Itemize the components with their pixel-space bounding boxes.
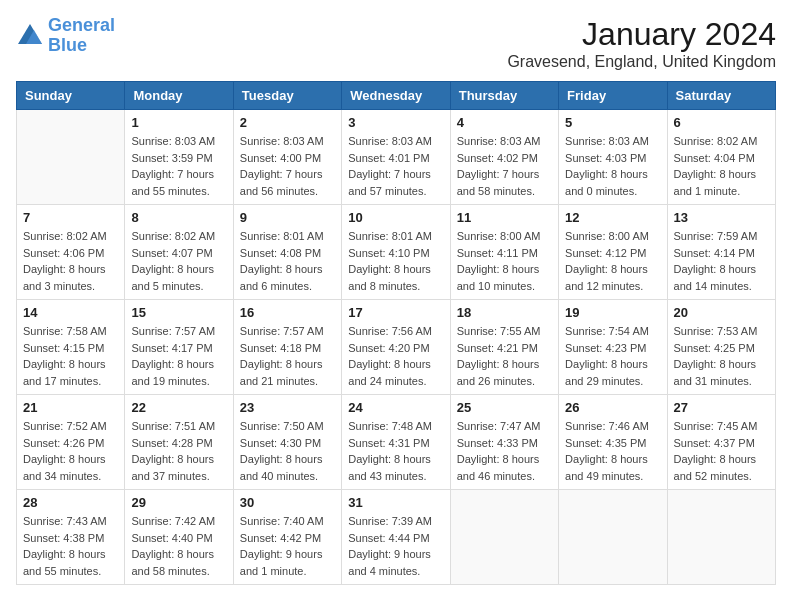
calendar-cell: 19Sunrise: 7:54 AM Sunset: 4:23 PM Dayli… — [559, 300, 667, 395]
day-number: 24 — [348, 400, 443, 415]
calendar-cell: 14Sunrise: 7:58 AM Sunset: 4:15 PM Dayli… — [17, 300, 125, 395]
day-number: 31 — [348, 495, 443, 510]
day-info: Sunrise: 7:42 AM Sunset: 4:40 PM Dayligh… — [131, 513, 226, 579]
calendar-cell: 15Sunrise: 7:57 AM Sunset: 4:17 PM Dayli… — [125, 300, 233, 395]
day-info: Sunrise: 7:52 AM Sunset: 4:26 PM Dayligh… — [23, 418, 118, 484]
day-number: 27 — [674, 400, 769, 415]
day-info: Sunrise: 7:56 AM Sunset: 4:20 PM Dayligh… — [348, 323, 443, 389]
day-number: 19 — [565, 305, 660, 320]
day-info: Sunrise: 7:47 AM Sunset: 4:33 PM Dayligh… — [457, 418, 552, 484]
day-info: Sunrise: 8:03 AM Sunset: 4:01 PM Dayligh… — [348, 133, 443, 199]
calendar-cell: 16Sunrise: 7:57 AM Sunset: 4:18 PM Dayli… — [233, 300, 341, 395]
logo-line1: General — [48, 15, 115, 35]
day-number: 30 — [240, 495, 335, 510]
day-info: Sunrise: 7:46 AM Sunset: 4:35 PM Dayligh… — [565, 418, 660, 484]
day-info: Sunrise: 7:53 AM Sunset: 4:25 PM Dayligh… — [674, 323, 769, 389]
calendar-cell: 23Sunrise: 7:50 AM Sunset: 4:30 PM Dayli… — [233, 395, 341, 490]
day-info: Sunrise: 8:02 AM Sunset: 4:07 PM Dayligh… — [131, 228, 226, 294]
col-header-wednesday: Wednesday — [342, 82, 450, 110]
calendar-cell: 22Sunrise: 7:51 AM Sunset: 4:28 PM Dayli… — [125, 395, 233, 490]
col-header-sunday: Sunday — [17, 82, 125, 110]
calendar-cell: 26Sunrise: 7:46 AM Sunset: 4:35 PM Dayli… — [559, 395, 667, 490]
day-number: 2 — [240, 115, 335, 130]
logo-line2: Blue — [48, 35, 87, 55]
day-info: Sunrise: 7:58 AM Sunset: 4:15 PM Dayligh… — [23, 323, 118, 389]
calendar-cell: 8Sunrise: 8:02 AM Sunset: 4:07 PM Daylig… — [125, 205, 233, 300]
day-number: 15 — [131, 305, 226, 320]
day-info: Sunrise: 7:51 AM Sunset: 4:28 PM Dayligh… — [131, 418, 226, 484]
day-number: 25 — [457, 400, 552, 415]
day-info: Sunrise: 7:54 AM Sunset: 4:23 PM Dayligh… — [565, 323, 660, 389]
calendar-cell: 9Sunrise: 8:01 AM Sunset: 4:08 PM Daylig… — [233, 205, 341, 300]
day-number: 1 — [131, 115, 226, 130]
day-number: 14 — [23, 305, 118, 320]
day-number: 23 — [240, 400, 335, 415]
day-info: Sunrise: 8:01 AM Sunset: 4:08 PM Dayligh… — [240, 228, 335, 294]
day-info: Sunrise: 7:50 AM Sunset: 4:30 PM Dayligh… — [240, 418, 335, 484]
day-number: 16 — [240, 305, 335, 320]
day-info: Sunrise: 8:00 AM Sunset: 4:12 PM Dayligh… — [565, 228, 660, 294]
day-info: Sunrise: 8:03 AM Sunset: 3:59 PM Dayligh… — [131, 133, 226, 199]
col-header-tuesday: Tuesday — [233, 82, 341, 110]
day-info: Sunrise: 7:43 AM Sunset: 4:38 PM Dayligh… — [23, 513, 118, 579]
day-number: 13 — [674, 210, 769, 225]
calendar-cell: 12Sunrise: 8:00 AM Sunset: 4:12 PM Dayli… — [559, 205, 667, 300]
title-block: January 2024 Gravesend, England, United … — [507, 16, 776, 71]
day-number: 10 — [348, 210, 443, 225]
calendar-cell: 20Sunrise: 7:53 AM Sunset: 4:25 PM Dayli… — [667, 300, 775, 395]
day-info: Sunrise: 8:01 AM Sunset: 4:10 PM Dayligh… — [348, 228, 443, 294]
logo-icon — [16, 22, 44, 50]
week-row-3: 14Sunrise: 7:58 AM Sunset: 4:15 PM Dayli… — [17, 300, 776, 395]
day-number: 20 — [674, 305, 769, 320]
calendar-cell: 27Sunrise: 7:45 AM Sunset: 4:37 PM Dayli… — [667, 395, 775, 490]
week-row-5: 28Sunrise: 7:43 AM Sunset: 4:38 PM Dayli… — [17, 490, 776, 585]
day-number: 28 — [23, 495, 118, 510]
calendar-cell: 24Sunrise: 7:48 AM Sunset: 4:31 PM Dayli… — [342, 395, 450, 490]
calendar-cell: 13Sunrise: 7:59 AM Sunset: 4:14 PM Dayli… — [667, 205, 775, 300]
day-info: Sunrise: 7:48 AM Sunset: 4:31 PM Dayligh… — [348, 418, 443, 484]
calendar-cell: 28Sunrise: 7:43 AM Sunset: 4:38 PM Dayli… — [17, 490, 125, 585]
day-info: Sunrise: 8:02 AM Sunset: 4:06 PM Dayligh… — [23, 228, 118, 294]
col-header-friday: Friday — [559, 82, 667, 110]
day-info: Sunrise: 7:59 AM Sunset: 4:14 PM Dayligh… — [674, 228, 769, 294]
calendar-cell: 18Sunrise: 7:55 AM Sunset: 4:21 PM Dayli… — [450, 300, 558, 395]
calendar-cell: 1Sunrise: 8:03 AM Sunset: 3:59 PM Daylig… — [125, 110, 233, 205]
day-info: Sunrise: 8:03 AM Sunset: 4:03 PM Dayligh… — [565, 133, 660, 199]
calendar-cell: 4Sunrise: 8:03 AM Sunset: 4:02 PM Daylig… — [450, 110, 558, 205]
day-info: Sunrise: 8:00 AM Sunset: 4:11 PM Dayligh… — [457, 228, 552, 294]
col-header-saturday: Saturday — [667, 82, 775, 110]
calendar-title: January 2024 — [507, 16, 776, 53]
day-info: Sunrise: 8:02 AM Sunset: 4:04 PM Dayligh… — [674, 133, 769, 199]
day-number: 6 — [674, 115, 769, 130]
day-number: 9 — [240, 210, 335, 225]
day-number: 21 — [23, 400, 118, 415]
day-number: 18 — [457, 305, 552, 320]
calendar-subtitle: Gravesend, England, United Kingdom — [507, 53, 776, 71]
calendar-cell: 30Sunrise: 7:40 AM Sunset: 4:42 PM Dayli… — [233, 490, 341, 585]
day-number: 17 — [348, 305, 443, 320]
calendar-cell: 10Sunrise: 8:01 AM Sunset: 4:10 PM Dayli… — [342, 205, 450, 300]
day-number: 4 — [457, 115, 552, 130]
calendar-cell: 25Sunrise: 7:47 AM Sunset: 4:33 PM Dayli… — [450, 395, 558, 490]
calendar-cell — [559, 490, 667, 585]
day-info: Sunrise: 7:40 AM Sunset: 4:42 PM Dayligh… — [240, 513, 335, 579]
calendar-cell: 5Sunrise: 8:03 AM Sunset: 4:03 PM Daylig… — [559, 110, 667, 205]
calendar-cell — [17, 110, 125, 205]
week-row-2: 7Sunrise: 8:02 AM Sunset: 4:06 PM Daylig… — [17, 205, 776, 300]
page-header: General Blue January 2024 Gravesend, Eng… — [16, 16, 776, 71]
day-info: Sunrise: 8:03 AM Sunset: 4:00 PM Dayligh… — [240, 133, 335, 199]
calendar-cell: 31Sunrise: 7:39 AM Sunset: 4:44 PM Dayli… — [342, 490, 450, 585]
calendar-header-row: SundayMondayTuesdayWednesdayThursdayFrid… — [17, 82, 776, 110]
day-number: 22 — [131, 400, 226, 415]
calendar-cell: 29Sunrise: 7:42 AM Sunset: 4:40 PM Dayli… — [125, 490, 233, 585]
calendar-table: SundayMondayTuesdayWednesdayThursdayFrid… — [16, 81, 776, 585]
day-info: Sunrise: 7:57 AM Sunset: 4:18 PM Dayligh… — [240, 323, 335, 389]
logo-text: General Blue — [48, 16, 115, 56]
day-number: 12 — [565, 210, 660, 225]
logo: General Blue — [16, 16, 115, 56]
calendar-cell: 11Sunrise: 8:00 AM Sunset: 4:11 PM Dayli… — [450, 205, 558, 300]
day-info: Sunrise: 7:39 AM Sunset: 4:44 PM Dayligh… — [348, 513, 443, 579]
day-info: Sunrise: 7:45 AM Sunset: 4:37 PM Dayligh… — [674, 418, 769, 484]
day-number: 8 — [131, 210, 226, 225]
calendar-cell: 7Sunrise: 8:02 AM Sunset: 4:06 PM Daylig… — [17, 205, 125, 300]
